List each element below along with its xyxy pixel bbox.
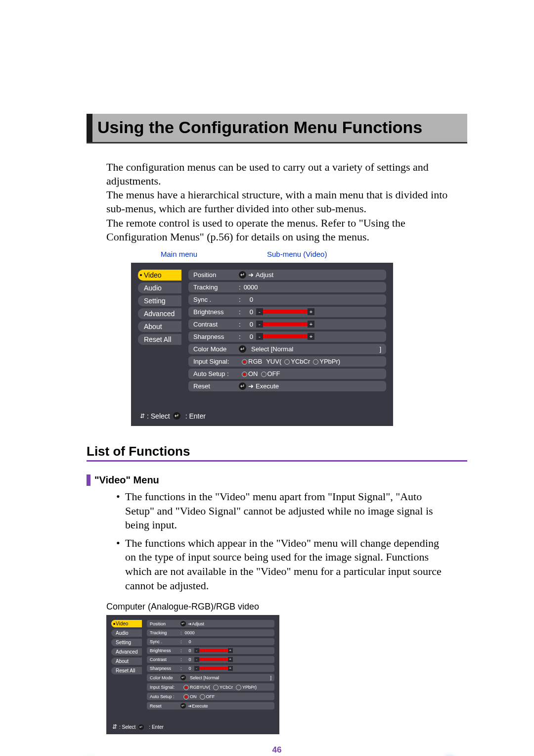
sub-colormode[interactable]: Color Mode ↵ Select [Normal ]	[188, 344, 386, 354]
osd-figure-large: Main menu Sub-menu (Video) Video Audio S…	[131, 250, 467, 426]
video-menu-bullets: The functions in the "Video" menu apart …	[116, 490, 452, 593]
main-menu-item-resetall[interactable]: Reset All	[138, 334, 181, 345]
radio-icon	[313, 359, 318, 365]
osd-figure-small: Video Audio Setting Advanced About Reset…	[106, 615, 467, 734]
arrow-icon: ➜	[248, 271, 254, 279]
footer-enter: : Enter	[185, 412, 206, 420]
sub-autosetup[interactable]: Auto Setup : ON OFF	[188, 369, 386, 379]
sub-reset[interactable]: Reset ↵ ➜ Execute	[188, 381, 386, 391]
section-list-of-functions: List of Functions	[87, 444, 467, 462]
page-number: 46	[87, 745, 467, 756]
bullet-2: The functions which appear in the "Video…	[116, 536, 452, 593]
sub-sync-value: 0	[250, 296, 253, 303]
enter-icon: ↵	[239, 271, 246, 279]
enter-icon: ↵	[239, 382, 246, 390]
main-menu-item-audio[interactable]: Audio	[138, 283, 181, 293]
page-title: Using the Configuration Menu Functions	[97, 114, 425, 142]
radio-icon	[284, 359, 290, 365]
intro-line-2: The menus have a hierarchical structure,…	[106, 189, 447, 215]
sub-contrast-value: 0	[250, 321, 253, 328]
footer-select: : Select	[147, 412, 170, 420]
brightness-slider[interactable]: -+	[256, 308, 314, 315]
sub-tracking[interactable]: Tracking : 0000	[188, 282, 386, 292]
radio-icon	[242, 359, 247, 365]
updown-icon: ⇵	[140, 413, 144, 420]
sub-reset-label: Reset	[193, 382, 239, 390]
main-menu-item-about[interactable]: About	[138, 321, 181, 332]
main-menu-item-audio: Audio	[111, 629, 142, 637]
sharpness-slider[interactable]: -+	[256, 333, 314, 340]
main-menu-item-advanced[interactable]: Advanced	[138, 308, 181, 319]
intro-line-1: The configuration menus can be used to c…	[106, 161, 429, 187]
main-menu-item-advanced: Advanced	[111, 648, 142, 656]
sub-autosetup-label: Auto Setup :	[193, 370, 239, 378]
sub-contrast-label: Contrast	[193, 321, 239, 328]
sub-inputsignal-label: Input Signal:	[193, 358, 239, 365]
radio-icon	[242, 372, 247, 377]
main-menu-item-resetall: Reset All	[111, 667, 142, 674]
main-menu-item-setting[interactable]: Setting	[138, 295, 181, 306]
main-menu-item-setting: Setting	[111, 639, 142, 646]
enter-icon: ↵	[173, 412, 180, 420]
sub-brightness-value: 0	[250, 308, 253, 316]
page-title-bar: Using the Configuration Menu Functions	[87, 114, 467, 143]
sub-sharpness-value: 0	[250, 333, 253, 340]
sub-brightness[interactable]: Brightness : 0 -+	[188, 307, 386, 317]
sub-tracking-value: 0000	[244, 284, 258, 291]
label-main-menu: Main menu	[161, 250, 197, 258]
arrow-icon: ➜	[248, 382, 254, 390]
main-menu-item-video: Video	[111, 620, 142, 627]
main-menu-item-about: About	[111, 658, 142, 665]
sub-sync-label: Sync .	[193, 296, 239, 303]
osd-footer: ⇵ : Select ↵ : Enter	[138, 409, 386, 423]
sub-menu-column: Position ↵ ➜ Adjust Tracking : 0000 Sync…	[188, 270, 386, 391]
bullet-1: The functions in the "Video" menu apart …	[116, 490, 452, 532]
sub-colormode-label: Color Mode	[193, 345, 239, 353]
sub-inputsignal[interactable]: Input Signal: RGB YUV( YCbCr YPbPr)	[188, 356, 386, 367]
sub-position-action: Adjust	[256, 271, 273, 279]
main-menu-column: Video Audio Setting Advanced About Reset…	[138, 270, 181, 391]
sub-brightness-label: Brightness	[193, 308, 239, 316]
sub-position-label: Position	[193, 271, 239, 279]
sub-position[interactable]: Position ↵ ➜ Adjust	[188, 270, 386, 280]
radio-icon	[261, 372, 267, 377]
label-sub-menu: Sub-menu (Video)	[267, 250, 327, 258]
sub-sharpness[interactable]: Sharpness : 0 -+	[188, 331, 386, 342]
enter-icon: ↵	[239, 345, 246, 353]
sub-colormode-tail: ]	[379, 345, 381, 353]
sub-tracking-label: Tracking	[193, 284, 239, 291]
section-video-menu: "Video" Menu	[87, 474, 467, 486]
sub-contrast[interactable]: Contrast : 0 -+	[188, 319, 386, 330]
intro-paragraphs: The configuration menus can be used to c…	[106, 160, 452, 244]
intro-line-3: The remote control is used to operate th…	[106, 217, 405, 243]
sub-colormode-hint: Select [Normal	[251, 345, 293, 353]
sub-sync[interactable]: Sync . : 0	[188, 294, 386, 305]
sub-sharpness-label: Sharpness	[193, 333, 239, 340]
sub-reset-action: Execute	[256, 382, 279, 390]
title-stripe	[87, 114, 92, 142]
figure-caption: Computer (Analogue-RGB)/RGB video	[106, 602, 467, 612]
contrast-slider[interactable]: -+	[256, 321, 314, 328]
main-menu-item-video[interactable]: Video	[138, 270, 181, 281]
